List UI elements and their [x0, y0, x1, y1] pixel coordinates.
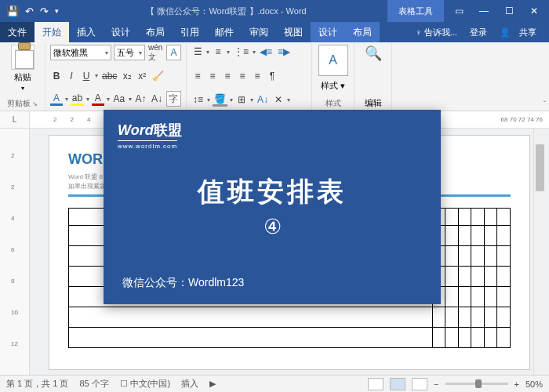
font-family-select[interactable]: 微软雅黑▾ [50, 45, 111, 60]
change-case-button[interactable]: Aa [112, 92, 126, 106]
qat-dropdown-icon[interactable]: ▾ [55, 7, 59, 15]
status-word-count[interactable]: 85 个字 [79, 378, 108, 390]
align-center-button[interactable]: ≡ [206, 69, 219, 83]
clear-format-icon[interactable]: 🧹 [151, 69, 165, 83]
enclose-char-button[interactable]: 字 [166, 91, 181, 107]
status-language[interactable]: ☐ 中文(中国) [120, 378, 170, 390]
text-effects-button[interactable]: A [50, 92, 63, 106]
styles-group-label: 样式 [317, 96, 349, 109]
overlay-number: ④ [104, 215, 441, 239]
tab-view[interactable]: 视图 [276, 22, 311, 42]
overlay-logo: Word联盟 [118, 121, 427, 140]
align-right-button[interactable]: ≡ [221, 69, 234, 83]
increase-indent-button[interactable]: ≡▶ [276, 45, 292, 59]
underline-dropdown[interactable]: ▾ [95, 72, 98, 79]
view-print-layout[interactable] [390, 378, 405, 390]
minimize-icon[interactable]: — [472, 5, 496, 16]
splash-overlay: Word联盟 www.wordlm.com 值班安排表 ④ 微信公众号：Word… [104, 110, 441, 304]
tab-table-layout[interactable]: 布局 [345, 22, 380, 42]
tab-review[interactable]: 审阅 [242, 22, 276, 42]
paste-dropdown-icon[interactable]: ▾ [21, 85, 24, 92]
table-row [69, 307, 511, 328]
align-distribute-button[interactable]: ≡ [251, 69, 264, 83]
char-border-icon[interactable]: A [166, 45, 181, 60]
tab-layout[interactable]: 布局 [138, 22, 173, 42]
bold-button[interactable]: B [50, 69, 63, 83]
zoom-in-button[interactable]: + [514, 379, 519, 389]
tab-selector[interactable]: L [0, 111, 30, 128]
zoom-level[interactable]: 50% [525, 379, 543, 389]
tab-file[interactable]: 文件 [0, 22, 35, 42]
redo-icon[interactable]: ↷ [40, 5, 49, 17]
status-page[interactable]: 第 1 页，共 1 页 [6, 378, 68, 390]
decrease-indent-button[interactable]: ◀≡ [258, 45, 274, 59]
line-spacing-button[interactable]: ↕≡ [191, 93, 205, 107]
shrink-font-button[interactable]: A↓ [150, 92, 163, 106]
superscript-button[interactable]: x² [136, 69, 148, 83]
styles-gallery[interactable]: A [318, 45, 348, 76]
zoom-out-button[interactable]: − [434, 379, 438, 389]
ribbon-options-icon[interactable]: ▭ [447, 5, 471, 16]
overlay-url: www.wordlm.com [118, 140, 177, 150]
numbering-button[interactable]: ≡ [212, 45, 224, 59]
styles-dropdown[interactable]: 样式 ▾ [317, 80, 349, 92]
window-title: 【 微信公众号：Word联盟 】.docx - Word [65, 5, 387, 17]
show-marks-button[interactable]: ¶ [266, 69, 278, 83]
tab-design[interactable]: 设计 [104, 22, 138, 42]
asian-layout-button[interactable]: ✕ [272, 93, 285, 107]
underline-button[interactable]: U [80, 69, 93, 83]
table-row [69, 328, 511, 348]
tell-me-search[interactable]: ♀ 告诉我... [409, 27, 463, 38]
paste-icon [11, 45, 35, 70]
phonetic-guide-icon[interactable]: wén文 [147, 45, 164, 60]
view-web-layout[interactable] [412, 378, 427, 390]
vertical-ruler[interactable]: 224 681012 [0, 129, 30, 375]
shading-button[interactable]: 🪣 [213, 93, 227, 107]
tab-insert[interactable]: 插入 [69, 22, 104, 42]
highlight-button[interactable]: ab [71, 92, 84, 106]
collapse-ribbon-icon[interactable]: ˇ [544, 100, 546, 109]
context-tab-label: 表格工具 [387, 0, 444, 22]
status-insert-mode[interactable]: 插入 [181, 378, 198, 390]
tab-references[interactable]: 引用 [173, 22, 207, 42]
paste-button[interactable]: 粘贴 ▾ [5, 45, 40, 92]
italic-button[interactable]: I [65, 69, 78, 83]
maximize-icon[interactable]: ☐ [497, 5, 521, 16]
undo-icon[interactable]: ↶ [25, 5, 34, 17]
view-read-mode[interactable] [368, 378, 384, 390]
font-size-select[interactable]: 五号▾ [114, 45, 145, 60]
share-button[interactable]: 👤 共享 [493, 27, 549, 38]
login-button[interactable]: 登录 [464, 27, 493, 38]
close-icon[interactable]: ✕ [522, 5, 546, 16]
scrollbar-thumb[interactable] [536, 144, 544, 191]
paste-label: 粘贴 [14, 71, 31, 83]
edit-group-label: 编辑 [359, 97, 387, 109]
sort-button[interactable]: A↓ [256, 93, 270, 107]
save-icon[interactable]: 💾 [6, 5, 19, 17]
find-icon[interactable]: 🔍 [359, 45, 387, 62]
overlay-title: 值班安排表 [104, 174, 441, 210]
grow-font-button[interactable]: A↑ [134, 92, 147, 106]
clipboard-group-label: 剪贴板 ↘ [5, 96, 40, 109]
tab-mailings[interactable]: 邮件 [207, 22, 242, 42]
multilevel-button[interactable]: ⋮≡ [232, 45, 250, 59]
subscript-button[interactable]: x₂ [121, 69, 133, 83]
align-left-button[interactable]: ≡ [191, 69, 204, 83]
overlay-footer: 微信公众号：Wordlm123 [122, 276, 244, 290]
zoom-slider[interactable] [445, 383, 508, 385]
strikethrough-button[interactable]: abc [100, 69, 118, 83]
borders-button[interactable]: ⊞ [235, 93, 248, 107]
align-justify-button[interactable]: ≡ [236, 69, 249, 83]
status-macro-icon[interactable]: ▶ [209, 379, 216, 389]
tab-table-design[interactable]: 设计 [311, 22, 345, 42]
font-color-button[interactable]: A [92, 92, 104, 106]
tab-home[interactable]: 开始 [35, 22, 69, 42]
vertical-scrollbar[interactable] [533, 129, 546, 375]
bullets-button[interactable]: ☰ [191, 45, 204, 59]
